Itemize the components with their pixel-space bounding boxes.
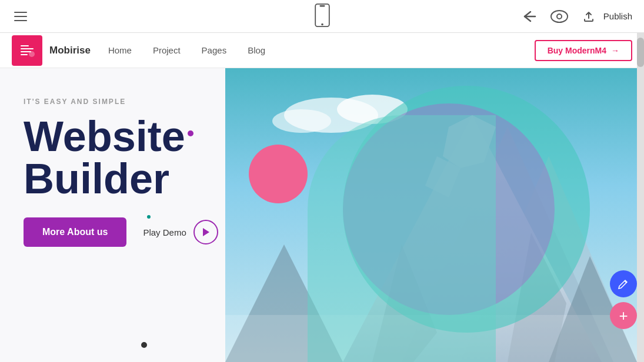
dot-teal	[147, 215, 151, 219]
brand-logo	[12, 35, 42, 66]
play-demo-label: Play Demo	[143, 227, 186, 237]
scrollbar-track[interactable]	[637, 33, 644, 362]
svg-rect-0	[315, 4, 329, 26]
nav-home[interactable]: Home	[108, 45, 132, 55]
scrollbar-thumb[interactable]	[637, 38, 644, 67]
svg-point-2	[321, 23, 323, 25]
hero-subtitle: IT'S EASY AND SIMPLE	[24, 98, 218, 106]
navbar: Mobirise Home Project Pages Blog Buy Mod…	[0, 33, 644, 68]
svg-rect-1	[319, 5, 325, 6]
svg-rect-7	[21, 48, 34, 49]
pagination	[141, 340, 147, 350]
svg-rect-10	[21, 54, 28, 55]
circle-pink	[249, 145, 308, 203]
nav-project[interactable]: Project	[153, 45, 181, 55]
svg-rect-5	[18, 41, 36, 60]
svg-rect-6	[21, 45, 29, 46]
add-fab-button[interactable]: +	[610, 302, 637, 329]
edit-fab-button[interactable]	[610, 270, 637, 297]
buy-button[interactable]: Buy ModernM4 →	[535, 40, 632, 61]
publish-button[interactable]: Publish	[582, 10, 632, 23]
nav-pages[interactable]: Pages	[202, 45, 227, 55]
toolbar: Publish	[0, 0, 644, 33]
play-demo-button[interactable]: Play Demo	[143, 220, 218, 244]
more-about-us-button[interactable]: More About us	[24, 217, 126, 247]
hero-title: Website Builder	[24, 115, 218, 200]
hero-title-line1: Website	[24, 115, 218, 157]
hero-section: IT'S EASY AND SIMPLE Website Builder Mor…	[0, 68, 637, 362]
svg-point-9	[29, 51, 35, 57]
phone-icon[interactable]	[314, 4, 331, 27]
device-preview-center	[314, 4, 331, 29]
hero-title-line2: Builder	[24, 157, 218, 200]
hero-content: IT'S EASY AND SIMPLE Website Builder Mor…	[24, 98, 218, 247]
nav-blog[interactable]: Blog	[248, 45, 265, 55]
curve-teal	[308, 115, 496, 362]
svg-point-4	[557, 14, 562, 19]
menu-button[interactable]	[12, 9, 29, 24]
preview-button[interactable]	[550, 10, 568, 23]
svg-point-3	[551, 11, 568, 22]
hero-actions: More About us Play Demo	[24, 217, 218, 247]
nav-links: Home Project Pages Blog	[108, 45, 535, 55]
back-button[interactable]	[520, 9, 536, 24]
brand-name: Mobirise	[49, 45, 91, 56]
play-circle-icon	[193, 220, 218, 244]
svg-point-14	[272, 109, 331, 133]
pagination-dot-active[interactable]	[141, 342, 147, 348]
svg-marker-25	[203, 228, 209, 236]
title-dot-purple	[188, 130, 193, 136]
